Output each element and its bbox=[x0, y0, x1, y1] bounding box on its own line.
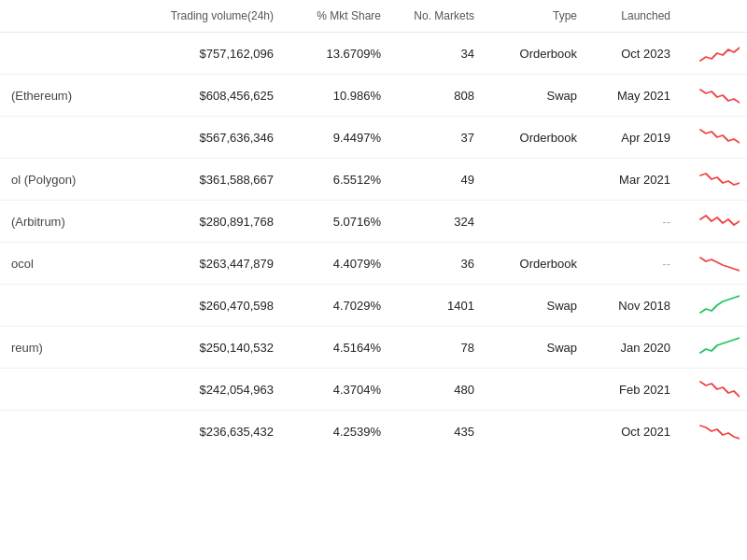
cell-type: Swap bbox=[486, 75, 588, 117]
cell-mkt-share: 4.5164% bbox=[285, 327, 392, 369]
cell-mkt-share: 4.7029% bbox=[285, 285, 392, 327]
cell-name bbox=[0, 369, 149, 411]
cell-type bbox=[486, 369, 588, 411]
cell-no-markets: 480 bbox=[392, 369, 486, 411]
sparkline-chart bbox=[698, 40, 740, 66]
cell-volume: $567,636,346 bbox=[149, 117, 285, 159]
cell-mkt-share: 6.5512% bbox=[285, 159, 392, 201]
col-type: Type bbox=[486, 0, 588, 33]
cell-volume: $242,054,963 bbox=[149, 369, 285, 411]
cell-no-markets: 49 bbox=[392, 159, 486, 201]
cell-volume: $361,588,667 bbox=[149, 159, 285, 201]
cell-name: (Ethereum) bbox=[0, 75, 149, 117]
sparkline-chart bbox=[698, 334, 740, 360]
cell-volume: $280,891,768 bbox=[149, 201, 285, 243]
cell-volume: $608,456,625 bbox=[149, 75, 285, 117]
cell-volume: $260,470,598 bbox=[149, 285, 285, 327]
cell-launched: Oct 2021 bbox=[588, 411, 682, 453]
table-row: $242,054,9634.3704%480Feb 2021 bbox=[0, 369, 747, 411]
sparkline-chart bbox=[698, 208, 740, 234]
cell-mkt-share: 13.6709% bbox=[285, 33, 392, 75]
table-row: $567,636,3469.4497%37OrderbookApr 2019 bbox=[0, 117, 747, 159]
cell-chart bbox=[682, 117, 747, 159]
cell-type bbox=[486, 411, 588, 453]
cell-launched: May 2021 bbox=[588, 75, 682, 117]
table-row: $260,470,5984.7029%1401SwapNov 2018 bbox=[0, 285, 747, 327]
cell-chart bbox=[682, 327, 747, 369]
cell-no-markets: 34 bbox=[392, 33, 486, 75]
exchange-table: Trading volume(24h) % Mkt Share No. Mark… bbox=[0, 0, 747, 452]
cell-chart bbox=[682, 369, 747, 411]
col-name bbox=[0, 0, 149, 33]
cell-name bbox=[0, 285, 149, 327]
table-row: (Ethereum)$608,456,62510.986%808SwapMay … bbox=[0, 75, 747, 117]
cell-name: reum) bbox=[0, 327, 149, 369]
sparkline-chart bbox=[698, 376, 740, 402]
sparkline-chart bbox=[698, 292, 740, 318]
cell-launched: -- bbox=[588, 243, 682, 285]
cell-volume: $236,635,432 bbox=[149, 411, 285, 453]
cell-launched: Oct 2023 bbox=[588, 33, 682, 75]
col-no-markets: No. Markets bbox=[392, 0, 486, 33]
cell-launched: Nov 2018 bbox=[588, 285, 682, 327]
cell-volume: $263,447,879 bbox=[149, 243, 285, 285]
table-row: $236,635,4324.2539%435Oct 2021 bbox=[0, 411, 747, 453]
col-launched: Launched bbox=[588, 0, 682, 33]
cell-name bbox=[0, 117, 149, 159]
sparkline-chart bbox=[698, 82, 740, 108]
cell-mkt-share: 9.4497% bbox=[285, 117, 392, 159]
table-row: ocol$263,447,8794.4079%36Orderbook-- bbox=[0, 243, 747, 285]
cell-chart bbox=[682, 243, 747, 285]
cell-mkt-share: 4.4079% bbox=[285, 243, 392, 285]
cell-launched: -- bbox=[588, 201, 682, 243]
cell-chart bbox=[682, 75, 747, 117]
col-chart bbox=[682, 0, 747, 33]
cell-type bbox=[486, 159, 588, 201]
sparkline-chart bbox=[698, 166, 740, 192]
cell-no-markets: 36 bbox=[392, 243, 486, 285]
cell-chart bbox=[682, 201, 747, 243]
table-row: (Arbitrum)$280,891,7685.0716%324-- bbox=[0, 201, 747, 243]
cell-type: Swap bbox=[486, 285, 588, 327]
table-header-row: Trading volume(24h) % Mkt Share No. Mark… bbox=[0, 0, 747, 33]
cell-volume: $757,162,096 bbox=[149, 33, 285, 75]
cell-name: (Arbitrum) bbox=[0, 201, 149, 243]
cell-chart bbox=[682, 285, 747, 327]
col-volume: Trading volume(24h) bbox=[149, 0, 285, 33]
cell-type bbox=[486, 201, 588, 243]
cell-mkt-share: 4.2539% bbox=[285, 411, 392, 453]
cell-no-markets: 435 bbox=[392, 411, 486, 453]
cell-no-markets: 78 bbox=[392, 327, 486, 369]
cell-mkt-share: 10.986% bbox=[285, 75, 392, 117]
cell-type: Orderbook bbox=[486, 117, 588, 159]
cell-launched: Jan 2020 bbox=[588, 327, 682, 369]
table-row: $757,162,09613.6709%34OrderbookOct 2023 bbox=[0, 33, 747, 75]
table-row: ol (Polygon)$361,588,6676.5512%49Mar 202… bbox=[0, 159, 747, 201]
sparkline-chart bbox=[698, 250, 740, 276]
col-mkt-share: % Mkt Share bbox=[285, 0, 392, 33]
cell-name: ocol bbox=[0, 243, 149, 285]
cell-name bbox=[0, 411, 149, 453]
cell-no-markets: 324 bbox=[392, 201, 486, 243]
cell-chart bbox=[682, 411, 747, 453]
cell-name bbox=[0, 33, 149, 75]
cell-name: ol (Polygon) bbox=[0, 159, 149, 201]
cell-mkt-share: 4.3704% bbox=[285, 369, 392, 411]
cell-launched: Mar 2021 bbox=[588, 159, 682, 201]
cell-chart bbox=[682, 159, 747, 201]
table-row: reum)$250,140,5324.5164%78SwapJan 2020 bbox=[0, 327, 747, 369]
cell-launched: Feb 2021 bbox=[588, 369, 682, 411]
cell-launched: Apr 2019 bbox=[588, 117, 682, 159]
cell-mkt-share: 5.0716% bbox=[285, 201, 392, 243]
sparkline-chart bbox=[698, 124, 740, 150]
cell-type: Swap bbox=[486, 327, 588, 369]
sparkline-chart bbox=[698, 418, 740, 444]
cell-type: Orderbook bbox=[486, 33, 588, 75]
cell-no-markets: 37 bbox=[392, 117, 486, 159]
cell-chart bbox=[682, 33, 747, 75]
cell-type: Orderbook bbox=[486, 243, 588, 285]
cell-volume: $250,140,532 bbox=[149, 327, 285, 369]
cell-no-markets: 808 bbox=[392, 75, 486, 117]
cell-no-markets: 1401 bbox=[392, 285, 486, 327]
